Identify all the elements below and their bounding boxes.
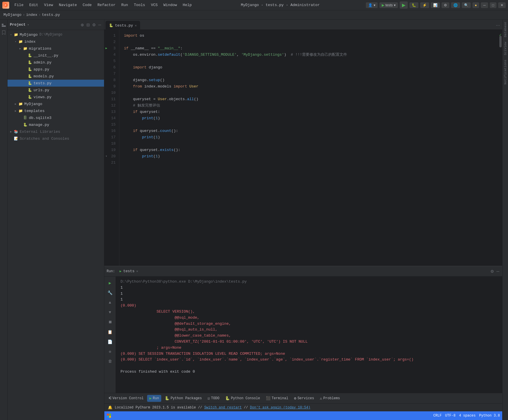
tree-models[interactable]: ▶ 🐍 models.py: [8, 73, 104, 80]
tab-tests-py[interactable]: 🐍 tests.py ✕: [105, 21, 140, 29]
tree-templates[interactable]: ▶ 📁 templates: [8, 107, 104, 114]
run-minimize-btn[interactable]: ─: [496, 268, 500, 274]
panel-collapse-btn[interactable]: ⊟: [86, 22, 90, 28]
tree-index[interactable]: ▾ 📁 index: [8, 38, 104, 45]
status-encoding[interactable]: CRLF: [433, 414, 442, 418]
settings-button[interactable]: ⚙: [442, 2, 449, 8]
translate-button[interactable]: 🌐: [451, 2, 460, 8]
code-line-18: [124, 140, 494, 147]
tree-mydjango-inner[interactable]: ▶ 📁 MyDjango: [8, 100, 104, 107]
run-copy-btn[interactable]: 📋: [106, 328, 114, 336]
project-icon[interactable]: [1, 22, 7, 28]
status-python[interactable]: Python 3.8: [479, 414, 500, 418]
menu-tools[interactable]: Tools: [131, 2, 148, 8]
tool-python-console[interactable]: 🐍 Python Console: [223, 395, 262, 402]
panel-locate-btn[interactable]: ⊕: [80, 22, 85, 28]
menu-window[interactable]: Window: [161, 2, 180, 8]
maximize-button[interactable]: □: [490, 2, 496, 8]
profile-button[interactable]: 📊: [431, 2, 440, 8]
tab-close-tests[interactable]: ✕: [135, 24, 137, 27]
breadcrumb-mydjango[interactable]: MyDjango: [3, 13, 21, 17]
project-dropdown-arrow[interactable]: ▾: [27, 23, 29, 27]
tree-init[interactable]: ▶ 🐍 __init__.py: [8, 52, 104, 59]
run-settings-btn[interactable]: ⚙: [490, 268, 495, 274]
close-button[interactable]: ✕: [498, 2, 506, 8]
tool-run[interactable]: ▶ Run: [147, 395, 161, 402]
run-button[interactable]: ▶: [400, 1, 408, 9]
run-content: ▶ 🔧 ▲ ▼ ⏹ 📋 📄 ⊕ 🗑 D:\Python\Python38\pyt…: [104, 277, 502, 393]
code-line-2: [124, 39, 494, 45]
editor-scrollbar[interactable]: ✓: [499, 30, 502, 266]
icon-services: ⚙: [294, 396, 296, 401]
fn-setdefault: setdefault: [158, 53, 180, 57]
panel-close-btn[interactable]: ─: [98, 22, 102, 28]
tree-root[interactable]: ▾ 📁 MyDjango D:\MyDjango: [8, 31, 104, 38]
run-trash-btn[interactable]: 🗑: [106, 357, 114, 365]
tree-apps[interactable]: ▶ 🐍 apps.py: [8, 66, 104, 73]
update-button[interactable]: ●: [472, 2, 479, 8]
run-wrench-btn[interactable]: 🔧: [106, 289, 114, 297]
run-tab-tests[interactable]: ▶ tests ✕: [117, 268, 140, 275]
tree-views[interactable]: ▶ 🐍 views.py: [8, 94, 104, 100]
tab-action-recent[interactable]: ⋯: [495, 23, 501, 28]
menu-run[interactable]: Run: [118, 2, 131, 8]
run-config-button[interactable]: ▶ tests ▾: [379, 2, 398, 8]
kw-import-1: import: [124, 33, 138, 38]
run-out-4: (0.000): [120, 303, 498, 309]
run-out-13: (0.000) SELECT `index_user`.`id`, `index…: [120, 357, 498, 363]
menu-refactor[interactable]: Refactor: [94, 2, 118, 8]
edge-notifications[interactable]: Notifications: [503, 57, 508, 87]
breadcrumb-file[interactable]: tests.py: [42, 13, 60, 17]
tree-scratches[interactable]: ▶ 📝 Scratches and Consoles: [8, 135, 104, 142]
edge-sciview[interactable]: SciView: [503, 40, 508, 57]
run-filter-btn[interactable]: ⊕: [106, 348, 114, 356]
run-play-btn[interactable]: ▶: [106, 279, 114, 287]
menu-edit[interactable]: Edit: [26, 2, 41, 8]
tree-tests[interactable]: ▶ 🐍 tests.py: [8, 80, 104, 87]
tool-todo[interactable]: ☑ TODO: [205, 395, 222, 402]
tree-manage[interactable]: ▶ 🐍 manage.py: [8, 121, 104, 128]
tool-version-control[interactable]: ⑆ Version Control: [107, 395, 146, 402]
code-line-9: from index.models import User: [124, 83, 494, 89]
notif-switch[interactable]: Switch and restart: [204, 406, 242, 410]
right-edge: Database SciView Notifications: [502, 20, 508, 420]
tool-python-packages[interactable]: 🐍 Python Packages: [162, 395, 204, 402]
menu-navigate[interactable]: Navigate: [56, 2, 80, 8]
tree-ext-libs[interactable]: ▶ 📚 External Libraries: [8, 128, 104, 135]
comment-4: # !!!需要修改为自己的配置文件: [286, 52, 347, 57]
status-charset[interactable]: UTF-8: [445, 414, 455, 418]
menu-vcs[interactable]: VCS: [148, 2, 160, 8]
minimize-button[interactable]: ─: [481, 2, 488, 8]
tree-sqlite[interactable]: ▶ 🗄 db.sqlite3: [8, 114, 104, 121]
run-clear-btn[interactable]: 📄: [106, 338, 114, 346]
run-stop-btn[interactable]: ⏹: [106, 318, 114, 326]
bookmark-icon-left[interactable]: [1, 29, 7, 36]
code-line-14: print ( 1 ): [124, 115, 494, 121]
tool-problems[interactable]: ⚠ Problems: [318, 395, 342, 402]
tree-urls[interactable]: ▶ 🐍 urls.py: [8, 87, 104, 94]
debug-button[interactable]: 🐛: [409, 2, 418, 8]
coverage-button[interactable]: ⚡: [420, 2, 429, 8]
breadcrumb-sep2: ›: [38, 13, 41, 17]
menu-view[interactable]: View: [41, 2, 56, 8]
tool-services[interactable]: ⚙ Services: [292, 395, 316, 402]
run-tab-close[interactable]: ✕: [136, 269, 138, 273]
menu-code[interactable]: Code: [80, 2, 94, 8]
tree-migrations[interactable]: ▶ 📁 migrations: [8, 45, 104, 52]
tool-terminal[interactable]: ⬛ Terminal: [264, 395, 291, 402]
user-button[interactable]: 👤 ▾: [366, 2, 377, 8]
edge-database[interactable]: Database: [503, 20, 508, 40]
code-lines[interactable]: import os if __name__ == "__main__" :: [119, 30, 499, 266]
icon-version-control: ⑆: [109, 396, 111, 400]
menu-file[interactable]: File: [12, 2, 26, 8]
status-indent[interactable]: 4 spaces: [459, 414, 476, 418]
panel-options-btn[interactable]: ⚙: [92, 22, 97, 28]
search-button[interactable]: 🔍: [462, 2, 471, 8]
tree-admin[interactable]: ▶ 🐍 admin.py: [8, 59, 104, 66]
breadcrumb-index[interactable]: index: [26, 13, 37, 17]
run-down-btn[interactable]: ▼: [106, 308, 114, 316]
menu-help[interactable]: Help: [180, 2, 194, 8]
run-up-btn[interactable]: ▲: [106, 298, 114, 307]
notif-dismiss[interactable]: Don't ask again (today 10:54): [250, 406, 310, 410]
code-editor[interactable]: 1 2 3 4 5 6 7 8 9 10 11 12 13 14 15 16 1: [104, 30, 502, 266]
